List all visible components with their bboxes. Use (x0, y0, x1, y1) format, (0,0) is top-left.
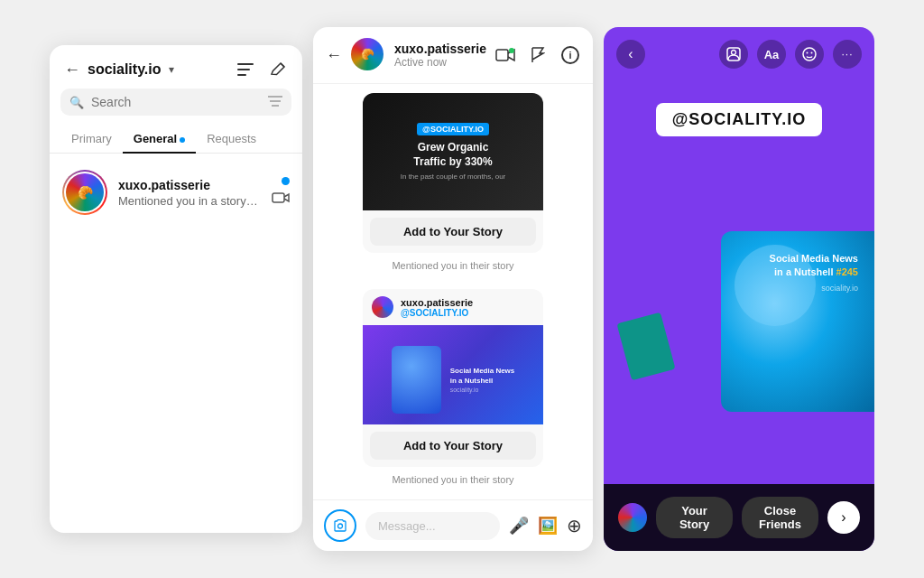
story-header-icons: Aa ··· (719, 40, 862, 69)
unread-indicator (180, 137, 185, 143)
screen-chat: ← 🥐 xuxo.patisserie Active now (313, 27, 593, 551)
chat-header: ← 🥐 xuxo.patisserie Active now (313, 27, 593, 84)
svg-point-11 (732, 51, 736, 55)
title-caret-icon: ▾ (169, 63, 174, 76)
header-icons (236, 60, 288, 79)
sender-name: xuxo.patisserie (118, 178, 261, 192)
tab-general[interactable]: General (123, 125, 196, 153)
screen-story-viewer: ‹ Aa · (604, 27, 874, 551)
chat-user-info: xuxo.patisserie Active now (394, 42, 486, 69)
story-image-2: Social Media News in a Nutshell socialit… (363, 325, 543, 424)
svg-rect-0 (237, 63, 254, 65)
search-bar[interactable]: 🔍 (60, 89, 291, 116)
close-friends-btn[interactable]: Close Friends (742, 497, 818, 538)
svg-point-13 (807, 52, 808, 54)
story-content: @SOCIALITY.IO Social Media Newsin a Nuts… (604, 76, 874, 484)
add-story-btn-1[interactable]: Add to Your Story (370, 218, 536, 246)
svg-rect-2 (237, 74, 246, 76)
list-icon[interactable] (236, 60, 255, 79)
info-icon[interactable]: i (560, 45, 580, 65)
story-sticker-icon[interactable] (795, 40, 824, 69)
tab-primary[interactable]: Primary (60, 125, 123, 153)
story-mention-2: xuxo.patisserie @SOCIALITY.IO Social Med… (326, 289, 580, 489)
story-footer: Your Story Close Friends › (604, 484, 874, 551)
avatar-container: 🥐 (62, 170, 107, 215)
story-tag-1: @SOCIALITY.IO (417, 123, 489, 135)
story-mention-1: @SOCIALITY.IO Grew OrganicTraffic by 330… (326, 93, 580, 275)
svg-point-9 (338, 524, 343, 528)
chat-header-icons: i (495, 45, 580, 65)
story-headline-1: Grew OrganicTraffic by 330% (402, 141, 503, 169)
chat-avatar-wrap: 🥐 (351, 38, 385, 72)
story-header: ‹ Aa · (604, 27, 874, 76)
story-sub-text-1: In the past couple of months, our (390, 172, 517, 181)
chat-back-icon[interactable]: ← (326, 46, 342, 65)
story-more-icon[interactable]: ··· (833, 40, 862, 69)
your-story-btn[interactable]: Your Story (656, 497, 733, 538)
screen-messages-list: ← sociality.io ▾ (50, 45, 302, 533)
story-tag-badge-2: @SOCIALITY.IO (401, 308, 473, 318)
input-icons: 🎤 🖼️ ⊕ (509, 515, 582, 536)
svg-point-12 (803, 48, 816, 61)
plus-icon[interactable]: ⊕ (567, 515, 582, 536)
story-user-info-2: xuxo.patisserie @SOCIALITY.IO (401, 297, 473, 318)
story-card-2: xuxo.patisserie @SOCIALITY.IO Social Med… (363, 289, 543, 467)
story-side-title: Social Media Newsin a Nutshell #245 (770, 252, 858, 280)
message-content: xuxo.patisserie Mentioned you in a story… (118, 178, 261, 208)
story-back-btn[interactable]: ‹ (616, 40, 645, 69)
footer-avatar (618, 503, 647, 532)
svg-point-14 (811, 52, 813, 54)
mention-label-2: Mentioned you in their story (392, 474, 513, 485)
story-card-1: @SOCIALITY.IO Grew OrganicTraffic by 330… (363, 93, 543, 253)
brand-tag: @SOCIALITY.IO (656, 103, 823, 136)
svg-rect-6 (273, 193, 284, 202)
flag-icon[interactable] (528, 45, 548, 65)
svg-point-8 (509, 48, 514, 53)
teal-decoration (616, 312, 675, 381)
list-item[interactable]: 🥐 xuxo.patisserie Mentioned you in a sto… (50, 161, 302, 224)
mic-icon[interactable]: 🎤 (509, 516, 529, 536)
search-input[interactable] (91, 95, 261, 109)
message-list: 🥐 xuxo.patisserie Mentioned you in a sto… (50, 154, 302, 533)
gallery-icon[interactable]: 🖼️ (538, 516, 558, 536)
chat-user-name: xuxo.patisserie (394, 42, 486, 56)
story-side-tag: #245 (836, 266, 858, 277)
story-side-text: Social Media Newsin a Nutshell #245 soci… (770, 252, 858, 293)
story-avatar-2 (372, 296, 393, 318)
chat-messages: @SOCIALITY.IO Grew OrganicTraffic by 330… (313, 84, 593, 499)
camera-btn[interactable] (324, 509, 356, 542)
camera-icon[interactable] (272, 191, 290, 209)
filter-icon[interactable] (268, 96, 282, 109)
svg-rect-1 (237, 69, 250, 70)
story-text-icon[interactable]: Aa (757, 40, 786, 69)
story-username-2: xuxo.patisserie (401, 297, 473, 308)
svg-rect-7 (496, 50, 508, 61)
story-card-2-header: xuxo.patisserie @SOCIALITY.IO (363, 289, 543, 325)
message-tabs: Primary General Requests (50, 125, 302, 154)
chat-user-status: Active now (394, 56, 486, 69)
message-meta (272, 177, 290, 209)
compose-icon[interactable] (268, 60, 288, 79)
story-domain: sociality.io (770, 284, 858, 293)
story-profile-icon[interactable] (719, 40, 748, 69)
video-call-icon[interactable] (495, 45, 515, 65)
messages-header: ← sociality.io ▾ (50, 45, 302, 89)
mention-label-1: Mentioned you in their story (392, 260, 513, 271)
back-arrow-icon[interactable]: ← (64, 61, 80, 79)
screens-container: ← sociality.io ▾ (32, 9, 892, 569)
chat-input-area: Message... 🎤 🖼️ ⊕ (313, 499, 593, 551)
header-left: ← sociality.io ▾ (64, 61, 174, 79)
story-next-btn[interactable]: › (827, 501, 860, 534)
tab-requests[interactable]: Requests (196, 125, 267, 153)
search-icon: 🔍 (69, 96, 84, 109)
unread-dot (282, 177, 290, 185)
message-preview: Mentioned you in a story · now (118, 194, 261, 208)
message-input[interactable]: Message... (365, 512, 500, 540)
app-title: sociality.io (88, 61, 162, 78)
add-story-btn-2[interactable]: Add to Your Story (370, 432, 536, 460)
